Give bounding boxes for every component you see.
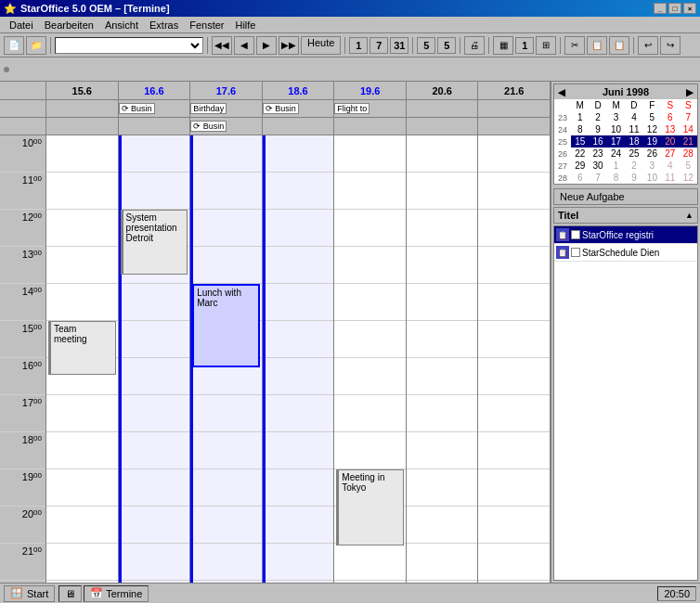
day-view-button[interactable]: 1	[349, 37, 368, 54]
week-view-button[interactable]: 7	[369, 37, 388, 54]
day-13[interactable]: 13	[661, 123, 679, 135]
day-next-4[interactable]: 4	[661, 160, 679, 172]
menu-hilfe[interactable]: Hilfe	[229, 19, 261, 32]
day-25[interactable]: 25	[625, 148, 642, 160]
day-26[interactable]: 26	[643, 148, 661, 160]
cut-button[interactable]: ✂	[564, 36, 585, 55]
day-n9[interactable]: 9	[625, 172, 642, 184]
menu-fenster[interactable]: Fenster	[184, 19, 229, 32]
day-10[interactable]: 10	[607, 123, 625, 135]
view-combo[interactable]	[55, 37, 203, 54]
day-24[interactable]: 24	[607, 148, 625, 160]
5-view-button[interactable]: 5	[417, 37, 435, 54]
close-button[interactable]: ×	[683, 3, 696, 14]
mini-cal-prev[interactable]: ◀	[558, 87, 565, 97]
day-9[interactable]: 9	[589, 123, 606, 135]
allday-event-busin2[interactable]: ⟳ Busin	[190, 121, 227, 132]
day-col-1[interactable]: System presentation Detroit	[119, 135, 191, 583]
day-col-2[interactable]: Lunch with Marc	[190, 135, 263, 583]
day-22[interactable]: 22	[571, 148, 589, 160]
start-button[interactable]: 🪟 Start	[4, 585, 55, 602]
day-next-3[interactable]: 3	[643, 160, 661, 172]
allday-event-busin3[interactable]: ⟳ Busin	[263, 103, 299, 114]
day-7[interactable]: 7	[680, 111, 697, 123]
menu-extras[interactable]: Extras	[144, 19, 184, 32]
day-col-5[interactable]	[407, 135, 479, 583]
task-item-1[interactable]: 📋 StarSchedule Dien	[554, 244, 697, 262]
day-3[interactable]: 3	[607, 111, 625, 123]
allday-cell-1[interactable]: ⟳ Busin	[119, 100, 191, 117]
day-19[interactable]: 19	[643, 135, 661, 148]
day-14[interactable]: 14	[680, 123, 697, 135]
1-day-btn[interactable]: 1	[515, 37, 534, 54]
view2-button[interactable]: ▦	[493, 36, 513, 55]
new-button[interactable]: 📄	[4, 36, 24, 55]
day-n8[interactable]: 8	[607, 172, 625, 184]
taskbar-item-1[interactable]: 📅 Termine	[84, 585, 149, 602]
menu-ansicht[interactable]: Ansicht	[99, 19, 144, 32]
day-20[interactable]: 20	[661, 135, 679, 148]
day-col-0[interactable]: Team meeting	[46, 135, 119, 583]
day-18[interactable]: 18	[625, 135, 642, 148]
day-21[interactable]: 21	[680, 135, 697, 148]
31-view-button[interactable]: 31	[390, 37, 408, 54]
allday-event-birthday[interactable]: Birthday	[190, 103, 227, 114]
day-28[interactable]: 28	[680, 148, 697, 160]
today-button[interactable]: Heute	[301, 36, 341, 55]
allday-cell-4[interactable]: Flight to	[334, 100, 407, 117]
day-next-2[interactable]: 2	[625, 160, 642, 172]
day-27[interactable]: 27	[661, 148, 679, 160]
redo-button[interactable]: ↪	[660, 36, 681, 55]
event-team-meeting[interactable]: Team meeting	[48, 321, 116, 375]
task-checkbox-1[interactable]	[571, 248, 580, 257]
nav-right-right[interactable]: ▶▶	[279, 36, 299, 55]
day-next-1[interactable]: 1	[607, 160, 625, 172]
allday-cell2-2[interactable]: ⟳ Busin	[190, 118, 263, 135]
day-6[interactable]: 6	[661, 111, 679, 123]
day-next-5[interactable]: 5	[680, 160, 697, 172]
event-lunch-with-marc[interactable]: Lunch with Marc	[192, 284, 260, 367]
day-n12[interactable]: 12	[680, 172, 697, 184]
nav-left-left[interactable]: ◀◀	[212, 36, 232, 55]
day-8[interactable]: 8	[571, 123, 589, 135]
menu-bearbeiten[interactable]: Bearbeiten	[39, 19, 99, 32]
new-task-button[interactable]: Neue Aufgabe	[553, 188, 698, 205]
restore-button[interactable]: □	[668, 3, 681, 14]
day-4[interactable]: 4	[625, 111, 642, 123]
task-item-0[interactable]: 📋 StarOffice registri	[554, 226, 697, 244]
day-17[interactable]: 17	[607, 135, 625, 148]
day-15[interactable]: 15	[571, 135, 589, 148]
nav-right[interactable]: ▶	[256, 36, 277, 55]
day-n10[interactable]: 10	[643, 172, 661, 184]
day-16[interactable]: 16	[589, 135, 606, 148]
menu-datei[interactable]: Datei	[4, 19, 39, 32]
allday-event-flight[interactable]: Flight to	[334, 103, 369, 114]
view3-button[interactable]: ⊞	[536, 36, 556, 55]
day-5[interactable]: 5	[643, 111, 661, 123]
event-system-presentation[interactable]: System presentation Detroit	[121, 210, 188, 275]
nav-left[interactable]: ◀	[234, 36, 254, 55]
day-11[interactable]: 11	[625, 123, 642, 135]
day-col-4[interactable]: Meeting in Tokyo	[334, 135, 407, 583]
print-button[interactable]: 🖨	[464, 36, 485, 55]
paste-button[interactable]: 📋	[609, 36, 629, 55]
day-n7[interactable]: 7	[589, 172, 606, 184]
allday-event-busin1[interactable]: ⟳ Busin	[119, 103, 155, 114]
day-n11[interactable]: 11	[661, 172, 679, 184]
taskbar-item-0[interactable]: 🖥	[58, 585, 82, 602]
day-30[interactable]: 30	[589, 160, 606, 172]
day-23[interactable]: 23	[589, 148, 606, 160]
allday-cell-3[interactable]: ⟳ Busin	[263, 100, 335, 117]
event-meeting-tokyo[interactable]: Meeting in Tokyo	[336, 469, 404, 545]
open-button[interactable]: 📁	[26, 36, 46, 55]
mini-cal-next[interactable]: ▶	[686, 87, 694, 97]
undo-button[interactable]: ↩	[638, 36, 658, 55]
day-29[interactable]: 29	[571, 160, 589, 172]
day-1[interactable]: 1	[571, 111, 589, 123]
day-12[interactable]: 12	[643, 123, 661, 135]
day-col-6[interactable]	[478, 135, 551, 583]
copy-button[interactable]: 📋	[587, 36, 607, 55]
day-col-3[interactable]	[263, 135, 335, 583]
day-n6[interactable]: 6	[571, 172, 589, 184]
task-checkbox-0[interactable]	[571, 230, 580, 239]
